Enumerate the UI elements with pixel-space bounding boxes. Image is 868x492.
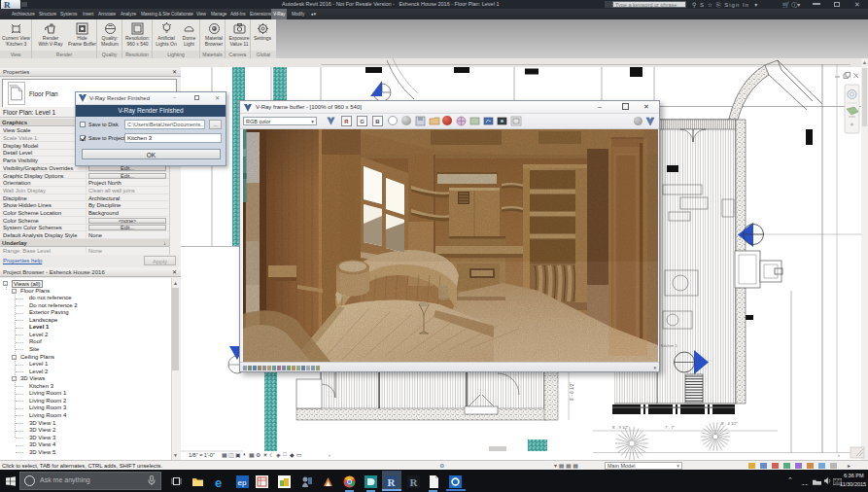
svg-text:7' - 7": 7' - 7" (665, 425, 676, 430)
svg-text:R: R (410, 476, 419, 488)
svg-text:ep: ep (238, 478, 247, 487)
svg-text:8' - 4 1/2": 8' - 4 1/2" (721, 421, 738, 426)
svg-text:e: e (215, 475, 222, 488)
svg-text:R: R (388, 476, 397, 488)
svg-text:8' - 9 1/2": 8' - 9 1/2" (612, 425, 629, 430)
svg-text:9' - 6 1/2": 9' - 6 1/2" (570, 382, 574, 401)
svg-text:Kitchen 1: Kitchen 1 (661, 343, 677, 348)
